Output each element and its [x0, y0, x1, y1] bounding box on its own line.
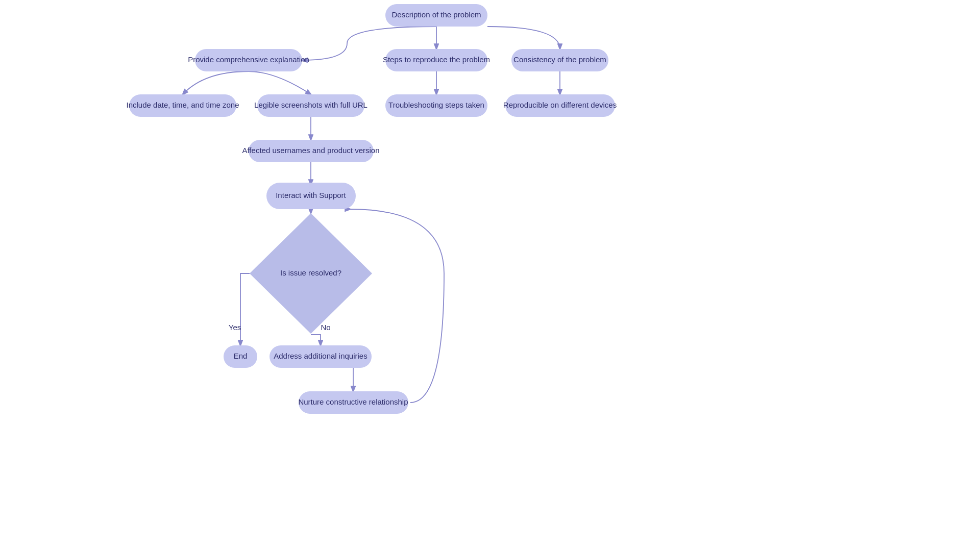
diamond-label: Is issue resolved? [280, 268, 341, 277]
troubleshoot-label: Troubleshooting steps taken [388, 101, 484, 109]
screenshots-label: Legible screenshots with full URL [254, 101, 368, 109]
address-label: Address additional inquiries [274, 352, 367, 360]
affected-label: Affected usernames and product version [242, 146, 379, 155]
yes-label: Yes [229, 323, 241, 332]
no-label: No [321, 323, 330, 332]
flowchart: Description of the problem Provide compr… [0, 0, 980, 551]
end-label: End [234, 352, 248, 360]
reproducible-label: Reproducible on different devices [503, 101, 617, 109]
consistency-label: Consistency of the problem [513, 55, 606, 64]
nurture-label: Nurture constructive relationship [298, 397, 408, 406]
steps-label: Steps to reproduce the problem [383, 55, 490, 64]
interact-label: Interact with Support [276, 191, 346, 199]
provide-label: Provide comprehensive explanation [188, 55, 309, 64]
description-label: Description of the problem [391, 10, 481, 19]
date-label: Include date, time, and time zone [127, 101, 239, 109]
